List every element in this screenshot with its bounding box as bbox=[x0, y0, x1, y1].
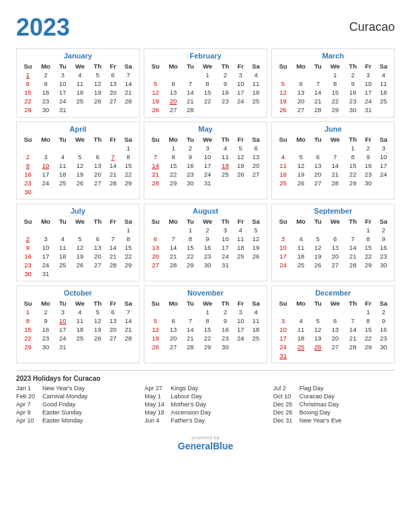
cal-day: 19 bbox=[71, 170, 90, 179]
holidays-title: 2023 Holidays for Curacao bbox=[16, 375, 395, 382]
cal-day bbox=[233, 105, 248, 114]
cal-day bbox=[89, 105, 105, 114]
cal-day: 24 bbox=[55, 334, 70, 343]
cal-day bbox=[217, 179, 233, 187]
cal-day: 1 bbox=[326, 71, 345, 79]
day-header-we: We bbox=[198, 62, 218, 71]
cal-day: 20 bbox=[291, 97, 310, 105]
holiday-date: May 14 bbox=[144, 401, 168, 408]
month-name: December bbox=[275, 289, 392, 297]
day-header-su: Su bbox=[19, 217, 36, 226]
cal-day: 7 bbox=[120, 308, 136, 316]
cal-day: 14 bbox=[164, 243, 183, 252]
cal-day: 29 bbox=[164, 179, 183, 187]
cal-day bbox=[105, 144, 120, 152]
cal-day: 25 bbox=[248, 97, 264, 105]
cal-day: 8 bbox=[120, 152, 136, 161]
day-header-sa: Sa bbox=[375, 135, 392, 144]
cal-day: 12 bbox=[275, 88, 291, 97]
cal-day: 18 bbox=[248, 88, 264, 97]
cal-day bbox=[291, 351, 310, 360]
cal-day: 11 bbox=[55, 161, 70, 170]
day-header-fr: Fr bbox=[361, 299, 375, 308]
day-header-su: Su bbox=[147, 217, 164, 226]
month-name: October bbox=[19, 289, 136, 297]
cal-day: 12 bbox=[248, 234, 264, 243]
cal-day: 7 bbox=[310, 79, 325, 88]
cal-day: 28 bbox=[183, 343, 197, 351]
cal-day: 30 bbox=[375, 261, 392, 269]
day-header-th: Th bbox=[217, 62, 233, 71]
cal-day: 22 bbox=[19, 97, 36, 105]
cal-day: 4 bbox=[248, 308, 264, 316]
cal-day: 24 bbox=[217, 252, 233, 261]
cal-day: 29 bbox=[19, 343, 36, 351]
cal-day: 19 bbox=[147, 97, 164, 105]
cal-day: 26 bbox=[71, 179, 90, 187]
cal-day: 16 bbox=[19, 170, 36, 179]
cal-day: 25 bbox=[233, 252, 248, 261]
cal-day: 8 bbox=[345, 152, 361, 161]
cal-day: 18 bbox=[291, 334, 310, 343]
cal-day bbox=[310, 308, 325, 316]
cal-day: 31 bbox=[275, 351, 291, 360]
day-header-th: Th bbox=[89, 135, 105, 144]
cal-day: 16 bbox=[36, 88, 55, 97]
cal-day: 23 bbox=[198, 252, 218, 261]
cal-day: 24 bbox=[233, 97, 248, 105]
cal-day: 23 bbox=[36, 97, 55, 105]
cal-day: 10 bbox=[361, 79, 375, 88]
day-header-th: Th bbox=[345, 135, 361, 144]
cal-day bbox=[120, 105, 136, 114]
cal-day: 10 bbox=[217, 234, 233, 243]
cal-day: 16 bbox=[375, 325, 392, 334]
cal-day bbox=[310, 144, 325, 152]
cal-day: 3 bbox=[36, 152, 55, 161]
cal-day: 18 bbox=[291, 252, 310, 261]
cal-day: 23 bbox=[19, 179, 36, 187]
cal-day: 10 bbox=[36, 243, 55, 252]
cal-day: 22 bbox=[198, 334, 218, 343]
cal-day: 22 bbox=[198, 97, 218, 105]
cal-day bbox=[248, 261, 264, 269]
day-header-fr: Fr bbox=[105, 299, 120, 308]
cal-day: 6 bbox=[326, 316, 345, 325]
cal-day: 9 bbox=[19, 161, 36, 170]
day-header-sa: Sa bbox=[248, 299, 264, 308]
day-header-mo: Mo bbox=[164, 299, 183, 308]
cal-day: 23 bbox=[183, 170, 197, 179]
cal-day: 28 bbox=[345, 343, 361, 351]
day-header-we: We bbox=[326, 135, 345, 144]
cal-day: 28 bbox=[310, 105, 325, 114]
cal-day bbox=[375, 351, 392, 360]
cal-day: 18 bbox=[71, 88, 90, 97]
cal-day: 9 bbox=[36, 79, 55, 88]
cal-day: 30 bbox=[19, 187, 36, 196]
cal-day: 8 bbox=[198, 316, 218, 325]
cal-day bbox=[310, 226, 325, 234]
cal-day: 28 bbox=[105, 179, 120, 187]
cal-day bbox=[105, 269, 120, 278]
cal-day bbox=[105, 226, 120, 234]
cal-day bbox=[105, 187, 120, 196]
cal-day bbox=[345, 308, 361, 316]
cal-day bbox=[71, 226, 90, 234]
cal-day: 29 bbox=[326, 105, 345, 114]
cal-day: 21 bbox=[120, 88, 136, 97]
cal-day bbox=[147, 71, 164, 79]
day-header-fr: Fr bbox=[233, 135, 248, 144]
day-header-sa: Sa bbox=[375, 299, 392, 308]
cal-day: 19 bbox=[89, 88, 105, 97]
cal-day: 24 bbox=[198, 170, 218, 179]
cal-day: 8 bbox=[120, 234, 136, 243]
cal-day: 20 bbox=[89, 170, 105, 179]
cal-day: 21 bbox=[147, 170, 164, 179]
day-header-we: We bbox=[71, 217, 90, 226]
cal-day: 12 bbox=[233, 152, 248, 161]
month-block-september: SeptemberSuMoTuWeThFrSa12345678910111213… bbox=[271, 204, 395, 281]
holiday-name: Flag Day bbox=[300, 385, 324, 392]
cal-day: 22 bbox=[345, 170, 361, 179]
cal-day: 29 bbox=[361, 261, 375, 269]
holiday-date: Feb 20 bbox=[16, 393, 40, 400]
cal-day: 27 bbox=[326, 261, 345, 269]
